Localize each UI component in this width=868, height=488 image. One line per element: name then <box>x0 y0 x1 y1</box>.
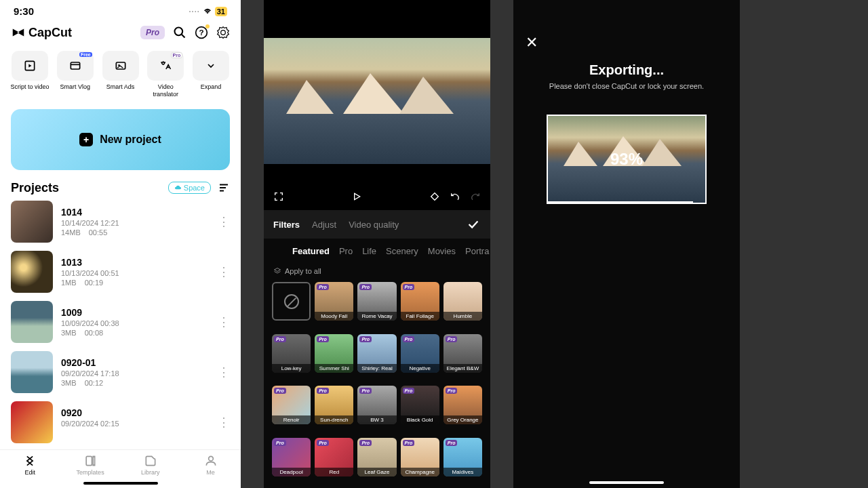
projects-list[interactable]: 1014 10/14/2024 12:21 14MB00:55 ⋮ 1013 1… <box>0 201 241 449</box>
filter-fall-foliage[interactable]: Pro Fall Foliage <box>401 282 439 321</box>
keyframe-icon[interactable] <box>429 191 440 202</box>
pro-tag: Pro <box>274 440 286 446</box>
project-item[interactable]: 1014 10/14/2024 12:21 14MB00:55 ⋮ <box>11 201 230 243</box>
category-pro[interactable]: Pro <box>339 246 353 256</box>
home-indicator[interactable] <box>83 482 158 485</box>
project-meta: 3MB00:12 <box>61 379 210 387</box>
pro-tag: Pro <box>403 440 415 446</box>
new-project-button[interactable]: + New project <box>11 109 230 170</box>
filter-summer-shi[interactable]: Pro Summer Shi <box>315 334 353 373</box>
filter-label: Champagne <box>401 468 439 476</box>
category-scenery[interactable]: Scenery <box>386 246 418 256</box>
tab-filters[interactable]: Filters <box>273 220 300 230</box>
wifi-icon <box>203 8 212 15</box>
tool-video-translator[interactable]: ProVideo translator <box>145 51 186 98</box>
confirm-icon[interactable] <box>466 217 481 232</box>
project-item[interactable]: 0920-01 09/20/2024 17:18 3MB00:12 ⋮ <box>11 351 230 393</box>
nav-edit[interactable]: Edit <box>0 454 60 476</box>
filter-black-gold[interactable]: Pro Black Gold <box>401 386 439 424</box>
filters-grid[interactable]: Pro Moody Fall Pro Rome Vacay Pro Fall F… <box>264 279 490 488</box>
projects-title: Projects <box>11 181 59 195</box>
project-name: 0920 <box>61 407 210 418</box>
pro-tag: Pro <box>317 284 329 290</box>
bottom-nav: Edit Templates Library Me <box>0 449 241 480</box>
filter-label: Grey Orange <box>443 415 482 424</box>
filter-none[interactable] <box>272 282 311 321</box>
more-icon[interactable]: ⋮ <box>218 214 230 229</box>
filter-deadpool[interactable]: Pro Deadpool <box>272 438 311 476</box>
redo-icon[interactable] <box>470 191 481 202</box>
close-icon[interactable]: ✕ <box>526 34 538 52</box>
fullscreen-icon[interactable] <box>273 191 284 202</box>
filter-label: Humble <box>443 312 482 321</box>
filter-elegant-b-w[interactable]: Pro Elegant B&W <box>443 334 482 373</box>
nav-icon <box>204 454 218 468</box>
nav-templates[interactable]: Templates <box>60 454 121 476</box>
filter-categories[interactable]: FeaturedProLifeSceneryMoviesPortra <box>264 239 490 263</box>
project-item[interactable]: 1013 10/13/2024 00:51 1MB00:19 ⋮ <box>11 251 230 293</box>
tool-smart-ads[interactable]: Smart Ads <box>100 51 141 98</box>
category-movies[interactable]: Movies <box>428 246 456 256</box>
filter-shirley--real[interactable]: Pro Shirley: Real <box>357 334 396 373</box>
filter-label: Black Gold <box>401 415 439 424</box>
project-name: 0920-01 <box>61 357 210 368</box>
tool-smart-vlog[interactable]: FreeSmart Vlog <box>55 51 96 98</box>
home-indicator[interactable] <box>589 481 664 484</box>
edit-tabs: FiltersAdjustVideo quality <box>264 210 490 239</box>
filter-moody-fall[interactable]: Pro Moody Fall <box>315 282 353 321</box>
more-icon[interactable]: ⋮ <box>218 415 230 430</box>
filter-leaf-gaze[interactable]: Pro Leaf Gaze <box>357 438 396 476</box>
settings-icon[interactable] <box>216 26 230 39</box>
play-icon[interactable] <box>351 191 362 202</box>
filter-red[interactable]: Pro Red <box>315 438 353 476</box>
tab-video-quality[interactable]: Video quality <box>349 220 399 230</box>
filter-negative[interactable]: Pro Negative <box>401 334 439 373</box>
video-preview[interactable] <box>264 0 490 210</box>
filter-grey-orange[interactable]: Pro Grey Orange <box>443 386 482 424</box>
pro-tag: Pro <box>359 440 372 446</box>
project-meta: 3MB00:08 <box>61 329 210 337</box>
help-icon[interactable]: ? <box>195 26 208 39</box>
project-item[interactable]: 1009 10/09/2024 00:38 3MB00:08 ⋮ <box>11 301 230 343</box>
undo-icon[interactable] <box>450 191 460 202</box>
projects-header: Projects Space <box>0 176 241 201</box>
nav-library[interactable]: Library <box>121 454 181 476</box>
export-progress-bar <box>547 201 693 204</box>
more-icon[interactable]: ⋮ <box>218 264 230 279</box>
category-life[interactable]: Life <box>362 246 376 256</box>
category-featured[interactable]: Featured <box>292 246 330 256</box>
nav-icon <box>144 454 157 468</box>
search-icon[interactable] <box>173 26 186 39</box>
tool-script-to-video[interactable]: Script to video <box>9 51 50 98</box>
svg-text:?: ? <box>199 28 203 37</box>
filter-sun-drench[interactable]: Pro Sun-drench <box>315 386 353 424</box>
tab-adjust[interactable]: Adjust <box>312 220 336 230</box>
space-button[interactable]: Space <box>168 182 211 194</box>
project-meta: 1MB00:19 <box>61 279 210 287</box>
cellular-icon: ···· <box>189 7 200 16</box>
filter-renoir[interactable]: Pro Renoir <box>272 386 311 424</box>
filter-low-key[interactable]: Pro Low-key <box>272 334 311 373</box>
filter-bw-3[interactable]: Pro BW 3 <box>357 386 396 424</box>
filter-label: Maldives <box>443 468 482 476</box>
svg-point-0 <box>175 28 183 36</box>
filter-maldives[interactable]: Pro Maldives <box>443 438 482 476</box>
filter-label: Rome Vacay <box>357 312 396 321</box>
filter-humble[interactable]: Humble <box>443 282 482 321</box>
project-thumbnail <box>11 251 53 293</box>
category-portra[interactable]: Portra <box>465 246 489 256</box>
tool-expand[interactable]: Expand <box>191 51 231 98</box>
project-item[interactable]: 0920 09/20/2024 02:15 ⋮ <box>11 401 230 443</box>
filter-rome-vacay[interactable]: Pro Rome Vacay <box>357 282 396 321</box>
filter-label: BW 3 <box>357 415 396 424</box>
more-icon[interactable]: ⋮ <box>218 365 230 380</box>
pro-tag: Pro <box>359 388 372 394</box>
apply-to-all[interactable]: Apply to all <box>264 263 490 279</box>
status-bar: 9:30 ···· 31 <box>0 0 241 20</box>
more-icon[interactable]: ⋮ <box>218 314 230 329</box>
filter-champagne[interactable]: Pro Champagne <box>401 438 439 476</box>
nav-me[interactable]: Me <box>180 454 241 476</box>
capcut-logo-icon <box>11 25 26 40</box>
sort-icon[interactable] <box>218 182 230 194</box>
pro-badge[interactable]: Pro <box>140 26 165 39</box>
